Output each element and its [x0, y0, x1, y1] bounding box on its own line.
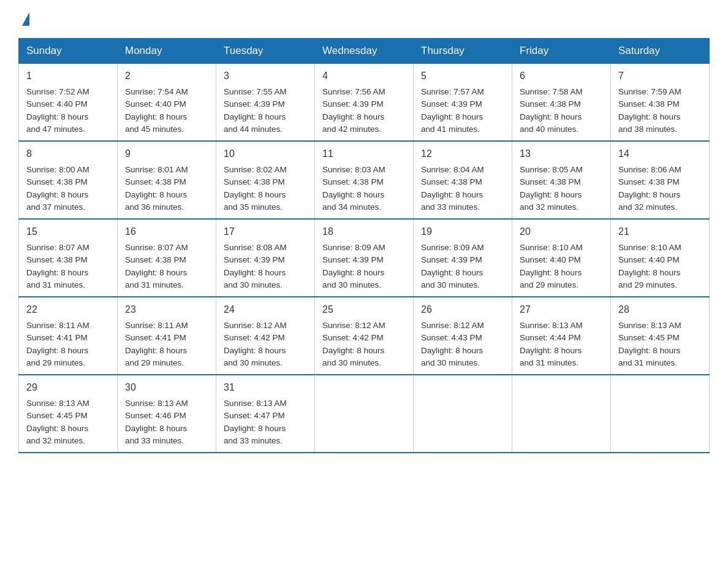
- day-cell-9: 9Sunrise: 8:01 AMSunset: 4:38 PMDaylight…: [118, 141, 216, 219]
- week-row-1: 1Sunrise: 7:52 AMSunset: 4:40 PMDaylight…: [19, 64, 710, 142]
- day-info: Sunrise: 7:56 AMSunset: 4:39 PMDaylight:…: [322, 86, 406, 136]
- day-number: 17: [224, 224, 307, 239]
- day-info: Sunrise: 8:07 AMSunset: 4:38 PMDaylight:…: [26, 242, 110, 291]
- day-cell-12: 12Sunrise: 8:04 AMSunset: 4:38 PMDayligh…: [414, 141, 512, 219]
- day-cell-19: 19Sunrise: 8:09 AMSunset: 4:39 PMDayligh…: [414, 219, 512, 297]
- weekday-header-wednesday: Wednesday: [315, 39, 414, 64]
- empty-cell: [512, 375, 611, 453]
- day-number: 18: [322, 224, 406, 239]
- day-info: Sunrise: 7:57 AMSunset: 4:39 PMDaylight:…: [421, 86, 504, 136]
- day-cell-2: 2Sunrise: 7:54 AMSunset: 4:40 PMDaylight…: [118, 64, 216, 142]
- day-number: 9: [125, 147, 208, 161]
- day-number: 27: [520, 302, 603, 317]
- weekday-header-thursday: Thursday: [414, 39, 512, 64]
- day-number: 26: [421, 302, 504, 317]
- day-number: 15: [26, 224, 110, 239]
- day-number: 30: [125, 380, 208, 395]
- day-info: Sunrise: 8:13 AMSunset: 4:47 PMDaylight:…: [224, 397, 307, 447]
- day-cell-13: 13Sunrise: 8:05 AMSunset: 4:38 PMDayligh…: [512, 141, 611, 219]
- day-cell-27: 27Sunrise: 8:13 AMSunset: 4:44 PMDayligh…: [512, 297, 611, 375]
- day-info: Sunrise: 8:07 AMSunset: 4:38 PMDaylight:…: [125, 242, 208, 291]
- day-info: Sunrise: 8:11 AMSunset: 4:41 PMDaylight:…: [26, 320, 110, 369]
- day-info: Sunrise: 7:58 AMSunset: 4:38 PMDaylight:…: [520, 86, 603, 136]
- day-info: Sunrise: 8:05 AMSunset: 4:38 PMDaylight:…: [520, 164, 603, 213]
- day-cell-4: 4Sunrise: 7:56 AMSunset: 4:39 PMDaylight…: [315, 64, 414, 142]
- day-info: Sunrise: 7:59 AMSunset: 4:38 PMDaylight:…: [618, 86, 702, 136]
- day-info: Sunrise: 8:10 AMSunset: 4:40 PMDaylight:…: [618, 242, 702, 291]
- week-row-3: 15Sunrise: 8:07 AMSunset: 4:38 PMDayligh…: [19, 219, 710, 297]
- day-info: Sunrise: 8:13 AMSunset: 4:45 PMDaylight:…: [618, 320, 702, 369]
- day-number: 24: [224, 302, 307, 317]
- day-number: 16: [125, 224, 208, 239]
- day-info: Sunrise: 8:03 AMSunset: 4:38 PMDaylight:…: [322, 164, 406, 213]
- logo-triangle-icon: [22, 12, 29, 26]
- day-info: Sunrise: 8:08 AMSunset: 4:39 PMDaylight:…: [224, 242, 307, 291]
- day-number: 25: [322, 302, 406, 317]
- day-cell-21: 21Sunrise: 8:10 AMSunset: 4:40 PMDayligh…: [611, 219, 710, 297]
- day-number: 19: [421, 224, 504, 239]
- day-cell-11: 11Sunrise: 8:03 AMSunset: 4:38 PMDayligh…: [315, 141, 414, 219]
- day-cell-14: 14Sunrise: 8:06 AMSunset: 4:38 PMDayligh…: [611, 141, 710, 219]
- day-info: Sunrise: 8:11 AMSunset: 4:41 PMDaylight:…: [125, 320, 208, 369]
- day-info: Sunrise: 8:12 AMSunset: 4:43 PMDaylight:…: [421, 320, 504, 369]
- day-info: Sunrise: 8:09 AMSunset: 4:39 PMDaylight:…: [421, 242, 504, 291]
- day-number: 22: [26, 302, 110, 317]
- empty-cell: [414, 375, 512, 453]
- day-cell-7: 7Sunrise: 7:59 AMSunset: 4:38 PMDaylight…: [611, 64, 710, 142]
- weekday-header-sunday: Sunday: [19, 39, 118, 64]
- day-number: 12: [421, 147, 504, 161]
- weekday-header-saturday: Saturday: [611, 39, 710, 64]
- day-cell-31: 31Sunrise: 8:13 AMSunset: 4:47 PMDayligh…: [216, 375, 315, 453]
- weekday-header-monday: Monday: [118, 39, 216, 64]
- day-info: Sunrise: 8:04 AMSunset: 4:38 PMDaylight:…: [421, 164, 504, 213]
- day-info: Sunrise: 7:55 AMSunset: 4:39 PMDaylight:…: [224, 86, 307, 136]
- day-cell-24: 24Sunrise: 8:12 AMSunset: 4:42 PMDayligh…: [216, 297, 315, 375]
- day-cell-20: 20Sunrise: 8:10 AMSunset: 4:40 PMDayligh…: [512, 219, 611, 297]
- day-cell-22: 22Sunrise: 8:11 AMSunset: 4:41 PMDayligh…: [19, 297, 118, 375]
- day-number: 21: [618, 224, 702, 239]
- day-info: Sunrise: 8:02 AMSunset: 4:38 PMDaylight:…: [224, 164, 307, 213]
- day-info: Sunrise: 8:13 AMSunset: 4:45 PMDaylight:…: [26, 397, 110, 447]
- day-cell-10: 10Sunrise: 8:02 AMSunset: 4:38 PMDayligh…: [216, 141, 315, 219]
- day-number: 28: [618, 302, 702, 317]
- day-cell-6: 6Sunrise: 7:58 AMSunset: 4:38 PMDaylight…: [512, 64, 611, 142]
- day-cell-28: 28Sunrise: 8:13 AMSunset: 4:45 PMDayligh…: [611, 297, 710, 375]
- day-info: Sunrise: 8:12 AMSunset: 4:42 PMDaylight:…: [224, 320, 307, 369]
- day-info: Sunrise: 7:52 AMSunset: 4:40 PMDaylight:…: [26, 86, 110, 136]
- day-cell-30: 30Sunrise: 8:13 AMSunset: 4:46 PMDayligh…: [118, 375, 216, 453]
- week-row-4: 22Sunrise: 8:11 AMSunset: 4:41 PMDayligh…: [19, 297, 710, 375]
- day-cell-26: 26Sunrise: 8:12 AMSunset: 4:43 PMDayligh…: [414, 297, 512, 375]
- day-info: Sunrise: 8:06 AMSunset: 4:38 PMDaylight:…: [618, 164, 702, 213]
- day-info: Sunrise: 8:09 AMSunset: 4:39 PMDaylight:…: [322, 242, 406, 291]
- week-row-5: 29Sunrise: 8:13 AMSunset: 4:45 PMDayligh…: [19, 375, 710, 453]
- day-number: 31: [224, 380, 307, 395]
- day-info: Sunrise: 8:12 AMSunset: 4:42 PMDaylight:…: [322, 320, 406, 369]
- day-cell-3: 3Sunrise: 7:55 AMSunset: 4:39 PMDaylight…: [216, 64, 315, 142]
- day-cell-16: 16Sunrise: 8:07 AMSunset: 4:38 PMDayligh…: [118, 219, 216, 297]
- day-cell-5: 5Sunrise: 7:57 AMSunset: 4:39 PMDaylight…: [414, 64, 512, 142]
- day-number: 20: [520, 224, 603, 239]
- day-number: 4: [322, 69, 406, 83]
- day-number: 6: [520, 69, 603, 83]
- weekday-header-tuesday: Tuesday: [216, 39, 315, 64]
- day-cell-15: 15Sunrise: 8:07 AMSunset: 4:38 PMDayligh…: [19, 219, 118, 297]
- day-number: 5: [421, 69, 504, 83]
- calendar-table: SundayMondayTuesdayWednesdayThursdayFrid…: [18, 38, 710, 453]
- day-info: Sunrise: 8:10 AMSunset: 4:40 PMDaylight:…: [520, 242, 603, 291]
- day-info: Sunrise: 7:54 AMSunset: 4:40 PMDaylight:…: [125, 86, 208, 136]
- day-cell-17: 17Sunrise: 8:08 AMSunset: 4:39 PMDayligh…: [216, 219, 315, 297]
- day-number: 7: [618, 69, 702, 83]
- day-number: 29: [26, 380, 110, 395]
- empty-cell: [611, 375, 710, 453]
- weekday-header-friday: Friday: [512, 39, 611, 64]
- day-cell-25: 25Sunrise: 8:12 AMSunset: 4:42 PMDayligh…: [315, 297, 414, 375]
- page-header: [18, 12, 710, 26]
- day-number: 10: [224, 147, 307, 161]
- day-number: 3: [224, 69, 307, 83]
- day-info: Sunrise: 8:00 AMSunset: 4:38 PMDaylight:…: [26, 164, 110, 213]
- week-row-2: 8Sunrise: 8:00 AMSunset: 4:38 PMDaylight…: [19, 141, 710, 219]
- day-info: Sunrise: 8:13 AMSunset: 4:44 PMDaylight:…: [520, 320, 603, 369]
- day-info: Sunrise: 8:01 AMSunset: 4:38 PMDaylight:…: [125, 164, 208, 213]
- day-cell-1: 1Sunrise: 7:52 AMSunset: 4:40 PMDaylight…: [19, 64, 118, 142]
- day-number: 11: [322, 147, 406, 161]
